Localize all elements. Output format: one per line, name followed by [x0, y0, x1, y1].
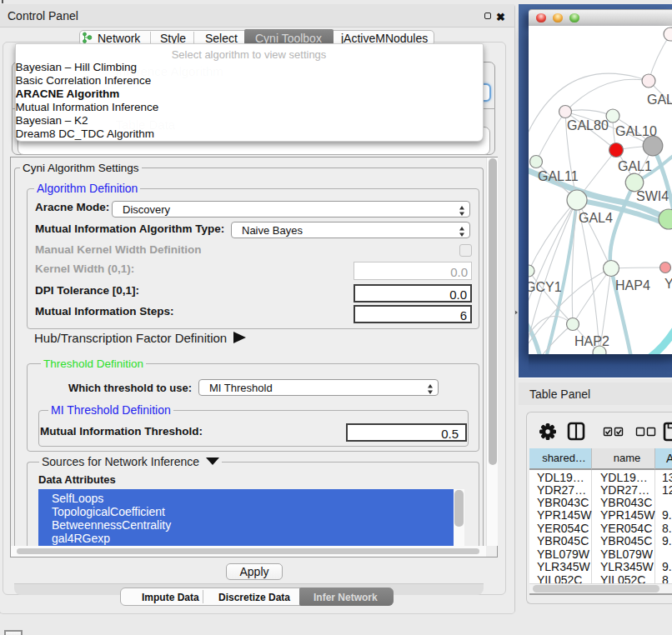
- svg-text:HAP4: HAP4: [615, 278, 650, 292]
- svg-text:GAL10: GAL10: [615, 124, 657, 138]
- svg-text:SWI4: SWI4: [636, 189, 669, 203]
- svg-text:GAL11: GAL11: [538, 169, 579, 183]
- svg-text:HAP2: HAP2: [574, 334, 609, 348]
- svg-text:GAL7: GAL7: [647, 92, 672, 107]
- svg-text:GAL4: GAL4: [579, 211, 613, 225]
- svg-text:GAL1: GAL1: [618, 159, 652, 173]
- svg-text:GCY1: GCY1: [529, 280, 562, 294]
- svg-text:Y: Y: [664, 277, 672, 291]
- svg-text:GAL80: GAL80: [567, 118, 609, 132]
